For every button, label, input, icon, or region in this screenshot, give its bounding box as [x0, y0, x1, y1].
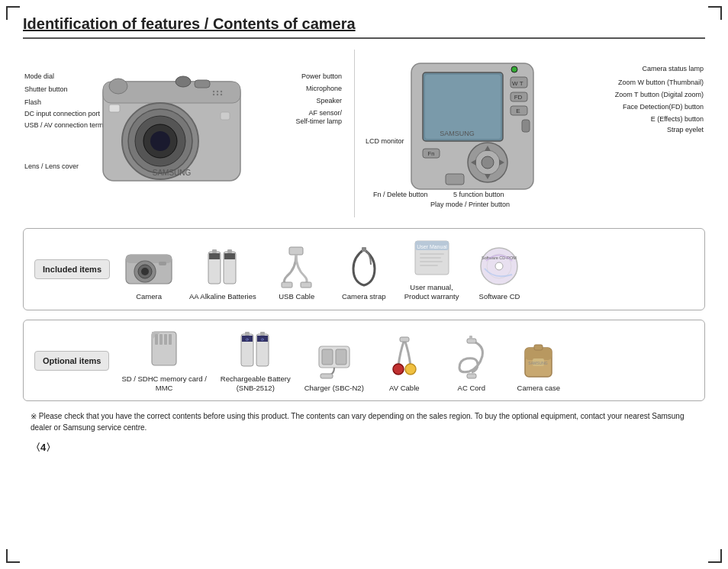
svg-rect-90: [469, 336, 472, 339]
item-strap-img: [337, 246, 391, 288]
svg-rect-62: [420, 261, 443, 262]
camera-diagram: Mode dial Shutter button Flash DC input …: [23, 50, 705, 217]
item-rechargeable: ⟳ ⟳ Rechargeable Battery(SNB-2512): [221, 328, 291, 394]
item-camera-img: [122, 246, 176, 288]
item-av-cable: AV Cable: [378, 337, 431, 393]
label-dc-input: DC input connection port: [24, 110, 100, 118]
svg-point-6: [217, 91, 218, 92]
item-ac-cord-label: AC Cord: [458, 384, 485, 393]
svg-text:W   T: W T: [512, 80, 523, 87]
svg-text:User Manual: User Manual: [417, 244, 447, 249]
label-shutter: Shutter button: [24, 85, 68, 94]
label-zoom-t: Zoom T button (Digital zoom): [615, 91, 704, 99]
label-face-detect: Face Detection(FD) button: [623, 103, 704, 111]
label-microphone: Microphone: [306, 85, 342, 93]
svg-rect-79: [260, 332, 265, 336]
svg-rect-53: [289, 247, 303, 255]
svg-point-66: [495, 262, 503, 270]
page-number: 〈4〉: [31, 441, 705, 455]
camera-back-diagram: LCD monitor Fn / Delete button Camera st…: [366, 50, 705, 217]
item-sd-card-label: SD / SDHC memory card /MMC: [121, 375, 206, 394]
svg-rect-96: [534, 345, 543, 350]
svg-rect-63: [420, 265, 438, 266]
page-title: Identification of features / Contents of…: [23, 15, 705, 39]
svg-rect-91: [467, 374, 476, 378]
item-manual-img: User Manual: [405, 236, 459, 278]
svg-point-10: [221, 94, 222, 95]
label-zoom-w: Zoom W button (Thumbnail): [618, 79, 704, 87]
svg-point-86: [405, 364, 416, 375]
svg-rect-52: [224, 253, 235, 259]
optional-items-row: SD / SDHC memory card /MMC ⟳ ⟳ Rechargea…: [121, 328, 694, 394]
corner-mark-br: [708, 549, 722, 563]
label-power: Power button: [301, 72, 342, 81]
item-batteries-label: AA Alkaline Batteries: [189, 292, 256, 301]
item-rechargeable-img: ⟳ ⟳: [229, 328, 282, 370]
svg-rect-16: [109, 104, 120, 112]
svg-rect-72: [164, 334, 167, 345]
item-ac-cord: AC Cord: [445, 337, 498, 393]
svg-point-87: [393, 364, 404, 375]
svg-rect-70: [155, 334, 158, 345]
label-lcd: LCD monitor: [366, 137, 404, 146]
svg-rect-39: [446, 174, 464, 185]
footnote: ※ Please check that you have the correct…: [31, 410, 705, 433]
item-ac-cord-img: [445, 337, 498, 379]
item-sd-card-img: [137, 328, 191, 370]
svg-rect-29: [522, 120, 530, 132]
corner-mark-tr: [708, 6, 722, 20]
svg-rect-46: [159, 262, 166, 265]
included-items-section: Included items Camera: [23, 228, 705, 310]
included-items-row: Camera AA Alkaline Batteries: [122, 236, 694, 302]
svg-rect-48: [212, 249, 217, 253]
label-mode-dial: Mode dial: [24, 72, 54, 81]
item-camera-label: Camera: [136, 292, 162, 301]
svg-rect-73: [169, 334, 172, 345]
item-rechargeable-label: Rechargeable Battery(SNB-2512): [221, 375, 291, 394]
item-charger: Charger (SBC-N2): [304, 337, 364, 393]
item-camera-case-label: Camera case: [517, 384, 561, 393]
svg-text:SAMSUNG: SAMSUNG: [440, 130, 475, 137]
svg-rect-71: [159, 334, 163, 345]
item-strap-label: Camera strap: [342, 292, 386, 301]
svg-point-15: [150, 131, 170, 151]
svg-point-5: [213, 91, 214, 92]
included-label: Included items: [34, 259, 110, 279]
item-camera: Camera: [122, 246, 176, 301]
svg-rect-54: [282, 282, 292, 288]
svg-rect-51: [227, 249, 232, 253]
label-lens: Lens / Lens cover: [24, 162, 79, 171]
item-charger-img: [308, 337, 361, 379]
item-cd-label: Software CD: [479, 292, 520, 301]
svg-point-22: [511, 66, 517, 72]
label-effects: E (Effects) button: [651, 115, 704, 124]
item-usb-cable: USB Cable: [270, 246, 324, 301]
svg-rect-83: [322, 349, 333, 365]
item-manual: User Manual User manual,Product warranty: [404, 236, 459, 302]
optional-items-section: Optional items SD / SDHC memory card /MM…: [23, 320, 705, 402]
svg-rect-85: [321, 374, 333, 378]
item-cd-img: Software CD-ROM: [473, 246, 527, 288]
svg-rect-49: [209, 253, 220, 259]
item-camera-case-img: SAMSUNG: [512, 337, 565, 379]
label-af-sensor: AF sensor/Self-timer lamp: [295, 109, 342, 126]
item-usb-cable-label: USB Cable: [279, 292, 314, 301]
item-charger-label: Charger (SBC-N2): [304, 384, 364, 393]
svg-rect-60: [420, 253, 444, 255]
camera-front-svg: SAMSUNG: [95, 65, 248, 191]
svg-rect-88: [400, 337, 409, 342]
svg-rect-17: [221, 112, 230, 120]
camera-back-svg: W T FD E Fn SAMSUNG: [404, 56, 564, 208]
label-flash: Flash: [24, 98, 41, 107]
svg-point-7: [221, 91, 222, 92]
svg-point-45: [141, 268, 149, 275]
svg-rect-61: [420, 257, 441, 259]
svg-rect-56: [362, 247, 366, 252]
svg-point-9: [217, 94, 218, 95]
svg-text:E: E: [516, 108, 520, 114]
svg-rect-75: [245, 332, 250, 336]
item-usb-cable-img: [270, 246, 324, 288]
svg-text:FD: FD: [514, 94, 523, 101]
svg-point-2: [109, 79, 127, 94]
item-manual-label: User manual,Product warranty: [404, 283, 459, 302]
